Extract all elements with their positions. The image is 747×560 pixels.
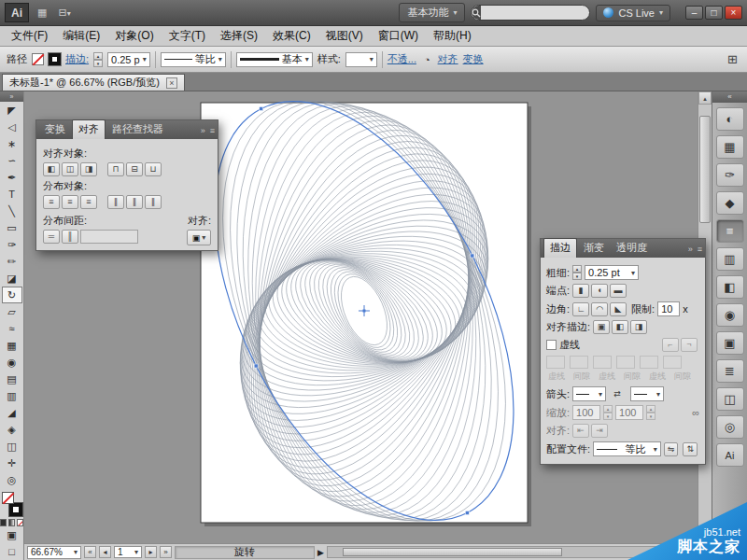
dock-artboards[interactable]: ◫: [716, 387, 744, 411]
distribute-top-button[interactable]: ≡: [43, 195, 60, 209]
join-miter-button[interactable]: ∟: [572, 302, 589, 316]
cslive-button[interactable]: CS Live ▾: [596, 5, 670, 21]
spacing-value-dropdown[interactable]: [80, 230, 138, 244]
dock-appearance[interactable]: ◉: [716, 303, 744, 327]
link-icon[interactable]: ∞: [692, 407, 699, 418]
dock-expand-icon[interactable]: «: [712, 91, 747, 103]
drawing-mode-button[interactable]: ▣: [2, 526, 22, 543]
first-artboard-button[interactable]: «: [84, 546, 96, 558]
menu-help[interactable]: 帮助(H): [426, 25, 479, 47]
stroke-panel-tab-0[interactable]: 描边: [543, 238, 577, 258]
align-v-center-button[interactable]: ⊟: [126, 162, 143, 176]
flip-h-icon[interactable]: ⇋: [664, 442, 679, 456]
join-bevel-button[interactable]: ◣: [610, 302, 627, 316]
align-left-button[interactable]: ◧: [43, 162, 60, 176]
vertical-scroll-thumb[interactable]: [699, 116, 711, 223]
align-right-button[interactable]: ◨: [80, 162, 97, 176]
menu-file[interactable]: 文件(F): [4, 25, 55, 47]
tab-close-icon[interactable]: ×: [166, 77, 177, 89]
distribute-v-center-button[interactable]: ≡: [62, 195, 78, 209]
menu-select[interactable]: 选择(S): [213, 25, 265, 47]
mesh-tool[interactable]: ▤: [2, 371, 22, 387]
gap-input[interactable]: [570, 356, 588, 369]
eraser-tool[interactable]: ◪: [2, 270, 22, 287]
dock-layers[interactable]: ≣: [716, 359, 744, 383]
dash-input[interactable]: [546, 356, 565, 369]
horizontal-scroll-thumb[interactable]: [343, 548, 562, 556]
rotate-tool[interactable]: ↻: [2, 287, 22, 303]
scale-stepper[interactable]: ▴▾: [646, 405, 655, 420]
stroke-center-button[interactable]: ▣: [593, 320, 610, 334]
dock-transparency[interactable]: ◧: [716, 275, 744, 299]
cap-projecting-button[interactable]: ▬: [610, 284, 627, 298]
search-box[interactable]: [471, 5, 590, 21]
opacity-link[interactable]: 不透...: [388, 52, 416, 66]
align-bottom-button[interactable]: ⊔: [145, 162, 162, 176]
cap-butt-button[interactable]: ▮: [572, 284, 589, 298]
artboard-tool[interactable]: ◫: [2, 438, 22, 455]
align-start-button[interactable]: ⇤: [572, 424, 589, 438]
stroke-inside-button[interactable]: ◧: [612, 320, 628, 334]
variable-width-profile-dropdown[interactable]: 等比 ▾: [161, 52, 226, 67]
align-top-button[interactable]: ⊓: [107, 162, 124, 176]
none-mode-button[interactable]: [17, 519, 23, 526]
type-tool[interactable]: T: [2, 186, 22, 203]
weight-stepper[interactable]: ▴▾: [572, 265, 582, 280]
paintbrush-tool[interactable]: ✑: [2, 236, 22, 253]
arrow-scale-end-input[interactable]: 100: [615, 405, 643, 420]
stroke-panel-link[interactable]: 描边:: [65, 52, 89, 66]
dash-preset1-button[interactable]: ⌐: [662, 338, 679, 352]
arrow-scale-start-input[interactable]: 100: [572, 405, 600, 420]
dock-symbols[interactable]: ◆: [716, 191, 744, 215]
gap-input[interactable]: [663, 356, 682, 369]
search-input[interactable]: [481, 7, 590, 19]
panel-menu-icon[interactable]: ≡: [210, 126, 215, 135]
lasso-tool[interactable]: ∽: [2, 152, 22, 169]
panel-menu-icon[interactable]: ≡: [698, 245, 702, 254]
menu-type[interactable]: 文字(T): [162, 25, 213, 47]
profile-dropdown[interactable]: 等比 ▾: [593, 441, 661, 456]
next-artboard-button[interactable]: ▸: [145, 546, 157, 558]
dock-stroke[interactable]: ≡: [716, 219, 744, 243]
pen-tool[interactable]: ✒: [2, 169, 22, 186]
gradient-tool[interactable]: ▥: [2, 387, 22, 404]
previous-artboard-button[interactable]: ◂: [99, 546, 111, 558]
hand-tool[interactable]: ✛: [2, 455, 22, 471]
direct-selection-tool[interactable]: ◁: [2, 119, 22, 135]
line-segment-tool[interactable]: ╲: [2, 203, 22, 219]
align-panel-tab-0[interactable]: 变换: [39, 120, 71, 139]
scroll-up-icon[interactable]: ▴: [698, 91, 712, 105]
align-panel-link[interactable]: 对齐: [438, 52, 458, 66]
align-end-button[interactable]: ⇥: [591, 424, 608, 438]
scale-stepper[interactable]: ▴▾: [603, 405, 613, 420]
distribute-bottom-button[interactable]: ≡: [80, 195, 97, 209]
magic-wand-tool[interactable]: ∗: [2, 135, 22, 152]
swap-arrows-icon[interactable]: ⇄: [609, 387, 626, 401]
style-dropdown[interactable]: ▾: [345, 52, 377, 67]
width-tool[interactable]: ≈: [2, 320, 22, 337]
dock-graphic-styles[interactable]: ▣: [716, 331, 744, 355]
workspace-switcher-button[interactable]: 基本功能 ▾: [399, 3, 465, 22]
arrowhead-start-dropdown[interactable]: ▾: [572, 386, 606, 401]
color-mode-button[interactable]: [0, 519, 7, 526]
transform-panel-link[interactable]: 变换: [463, 52, 484, 66]
gap-input[interactable]: [616, 356, 635, 369]
fill-stroke-swatches[interactable]: [1, 492, 23, 516]
flip-v-icon[interactable]: ⇅: [683, 442, 698, 456]
shape-mode-icon[interactable]: ◔: [421, 54, 433, 65]
join-round-button[interactable]: ◠: [591, 302, 608, 316]
weight-dropdown[interactable]: 0.25 pt ▾: [585, 265, 639, 280]
fill-swatch[interactable]: [32, 53, 44, 65]
close-button[interactable]: ×: [725, 6, 742, 20]
eyedropper-tool[interactable]: ◢: [2, 404, 22, 421]
stroke-swatch[interactable]: [49, 53, 61, 65]
dock-swatches[interactable]: ▦: [716, 135, 744, 159]
selection-tool[interactable]: ◤: [2, 102, 22, 119]
free-transform-tool[interactable]: ▦: [2, 337, 22, 354]
menu-effect[interactable]: 效果(C): [265, 25, 318, 47]
cap-round-button[interactable]: ◖: [591, 284, 608, 298]
panel-collapse-icon[interactable]: »: [688, 245, 693, 254]
gradient-mode-button[interactable]: [8, 519, 15, 526]
stroke-outside-button[interactable]: ◨: [630, 320, 647, 334]
spacing-h-button[interactable]: ║: [62, 230, 78, 244]
